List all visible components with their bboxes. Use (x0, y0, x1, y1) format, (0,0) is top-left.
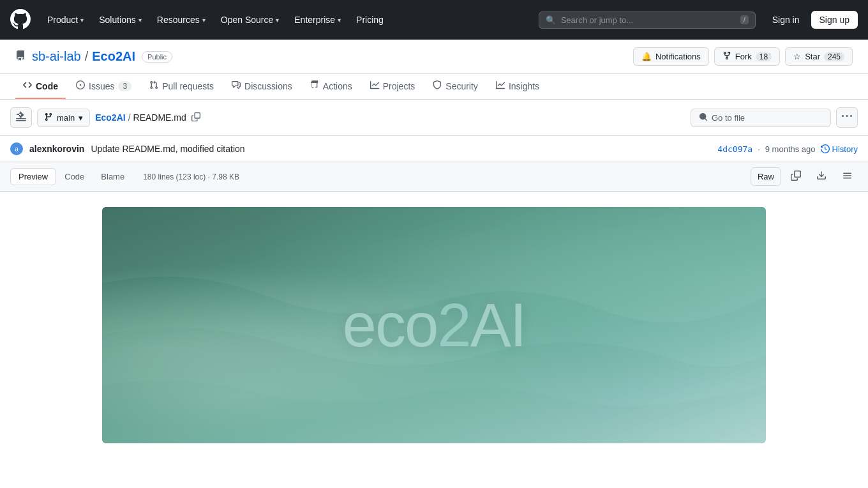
preview-tab[interactable]: Preview (10, 168, 56, 185)
chevron-down-icon: ▾ (276, 17, 279, 24)
tab-code-label: Code (36, 81, 58, 91)
copy-raw-button[interactable] (785, 167, 807, 186)
security-icon (433, 80, 442, 91)
tab-actions[interactable]: Actions (303, 74, 360, 99)
file-toolbar: main ▾ Eco2AI / README.md Go to file (0, 100, 868, 136)
raw-button[interactable]: Raw (751, 167, 781, 186)
branch-name: main (57, 113, 75, 123)
commit-metadata: 4dc097a · 9 months ago History (717, 144, 858, 154)
chevron-down-icon: ▾ (80, 17, 84, 24)
repo-header: sb-ai-lab / Eco2AI Public 🔔 Notification… (0, 40, 868, 74)
global-search[interactable]: 🔍 Search or jump to... / (539, 11, 756, 29)
issues-count: 3 (118, 81, 131, 91)
blame-tab[interactable]: Blame (93, 168, 133, 185)
tab-issues-label: Issues (89, 81, 114, 91)
tab-pull-requests[interactable]: Pull requests (142, 74, 221, 99)
more-options-button[interactable] (836, 107, 858, 128)
star-button[interactable]: ☆ Star 245 (785, 47, 853, 66)
path-separator: / (128, 112, 131, 123)
discussions-icon (232, 80, 241, 91)
issues-icon (76, 80, 85, 91)
repo-name-link[interactable]: Eco2AI (92, 49, 135, 64)
commit-bar: a alexnkorovin Update README.md, modifie… (0, 136, 868, 162)
nav-pricing[interactable]: Pricing (350, 11, 390, 29)
copy-path-button[interactable] (189, 111, 203, 125)
code-tab[interactable]: Code (56, 168, 93, 185)
sidebar-toggle-button[interactable] (10, 107, 32, 128)
search-shortcut: / (740, 15, 749, 24)
search-icon: 🔍 (546, 15, 556, 25)
star-icon: ☆ (793, 52, 801, 61)
tab-projects-label: Projects (383, 81, 415, 91)
commit-separator: · (758, 144, 760, 154)
nav-solutions[interactable]: Solutions ▾ (93, 11, 148, 29)
repo-tabs: Code Issues 3 Pull requests Discussions … (0, 74, 868, 100)
file-view-tabs: Preview Code Blame (10, 168, 133, 185)
chevron-down-icon: ▾ (338, 17, 341, 24)
tab-projects[interactable]: Projects (363, 74, 423, 99)
tab-actions-label: Actions (323, 81, 352, 91)
file-content-header: Preview Code Blame 180 lines (123 loc) ·… (0, 162, 868, 192)
insights-icon (496, 80, 505, 91)
tab-insights[interactable]: Insights (488, 74, 547, 99)
actions-icon (310, 80, 319, 91)
history-link[interactable]: History (821, 144, 858, 154)
main-nav-items: Product ▾ Solutions ▾ Resources ▾ Open S… (41, 11, 390, 29)
commit-author[interactable]: alexnkorovin (29, 144, 84, 154)
branch-icon (44, 112, 53, 123)
tab-insights-label: Insights (509, 81, 539, 91)
fork-count: 18 (756, 52, 772, 61)
goto-file-label: Go to file (712, 113, 745, 123)
star-count: 245 (824, 52, 844, 61)
file-meta: 180 lines (123 loc) · 7.98 KB (143, 172, 239, 181)
tab-pr-label: Pull requests (162, 81, 214, 91)
chevron-down-icon: ▾ (138, 17, 142, 24)
code-icon (23, 80, 32, 91)
nav-product[interactable]: Product ▾ (41, 11, 90, 29)
github-logo[interactable] (10, 9, 31, 31)
tab-issues[interactable]: Issues 3 (68, 74, 139, 99)
nav-open-source[interactable]: Open Source ▾ (214, 11, 286, 29)
breadcrumb: sb-ai-lab / Eco2AI Public (15, 49, 172, 64)
top-nav: Product ▾ Solutions ▾ Resources ▾ Open S… (0, 0, 868, 40)
file-breadcrumb: Eco2AI / README.md (95, 111, 203, 125)
repo-action-buttons: 🔔 Notifications Fork 18 ☆ Star 245 (633, 47, 853, 66)
tab-security-label: Security (445, 81, 478, 91)
notifications-button[interactable]: 🔔 Notifications (633, 47, 709, 66)
goto-file-button[interactable]: Go to file (691, 109, 831, 127)
history-label: History (832, 144, 858, 154)
tab-security[interactable]: Security (425, 74, 486, 99)
nav-resources[interactable]: Resources ▾ (151, 11, 212, 29)
breadcrumb-separator: / (85, 49, 89, 64)
toc-button[interactable] (836, 167, 858, 186)
projects-icon (370, 80, 379, 91)
download-button[interactable] (811, 167, 832, 186)
signup-button[interactable]: Sign up (811, 11, 858, 29)
author-avatar: a (10, 142, 23, 155)
readme-content: eco2AI (0, 192, 868, 459)
tab-discussions[interactable]: Discussions (224, 74, 300, 99)
visibility-badge: Public (142, 51, 172, 63)
commit-time: 9 months ago (765, 144, 816, 154)
pr-icon (149, 80, 158, 91)
repo-owner-link[interactable]: sb-ai-lab (32, 49, 81, 64)
bell-icon: 🔔 (641, 52, 652, 61)
tab-code[interactable]: Code (15, 74, 66, 99)
nav-enterprise[interactable]: Enterprise ▾ (288, 11, 347, 29)
fork-button[interactable]: Fork 18 (714, 47, 780, 66)
fork-icon (722, 51, 731, 62)
search-icon (699, 112, 708, 123)
commit-hash[interactable]: 4dc097a (717, 144, 752, 154)
file-action-buttons: Raw (751, 167, 858, 186)
branch-selector[interactable]: main ▾ (37, 109, 90, 127)
readme-banner-container: eco2AI (102, 207, 766, 443)
path-repo-link[interactable]: Eco2AI (95, 112, 125, 123)
chevron-down-icon: ▾ (79, 113, 83, 123)
tab-discussions-label: Discussions (244, 81, 292, 91)
eco2ai-title: eco2AI (343, 290, 526, 360)
eco2ai-banner: eco2AI (102, 207, 766, 443)
path-filename: README.md (133, 112, 186, 123)
signin-button[interactable]: Sign in (766, 11, 806, 29)
auth-buttons: Sign in Sign up (766, 11, 858, 29)
commit-message: Update README.md, modified citation (91, 144, 711, 154)
